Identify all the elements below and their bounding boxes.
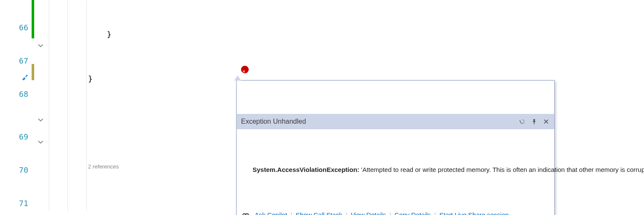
change-marker-green <box>32 0 34 38</box>
pin-icon[interactable] <box>530 118 538 125</box>
show-call-stack-link[interactable]: Show Call Stack <box>296 209 342 215</box>
copilot-icon <box>242 211 250 215</box>
popup-title: Exception Unhandled <box>241 114 306 129</box>
change-marker-yellow <box>32 64 34 80</box>
line-number: 71 <box>0 198 28 209</box>
popup-arrow <box>234 76 241 81</box>
popup-header: Exception Unhandled <box>237 114 554 129</box>
history-icon[interactable] <box>518 118 526 125</box>
copy-details-link[interactable]: Copy Details <box>394 209 431 215</box>
popup-actions: Ask Copilot | Show Call Stack | View Det… <box>237 208 554 215</box>
close-icon[interactable] <box>542 118 550 125</box>
line-number-gutter: 66 67 68 69 70 71 72 73 74 75 76 77 78 7… <box>0 0 30 215</box>
line-number: 66 <box>0 22 28 33</box>
line-number: 68 <box>0 89 28 100</box>
line-number: 70 <box>0 165 28 176</box>
code-editor[interactable]: 66 67 68 69 70 71 72 73 74 75 76 77 78 7… <box>0 0 644 215</box>
brace-close: } <box>88 74 93 83</box>
exception-type: System.AccessViolationException: <box>253 166 359 173</box>
fold-chevron-icon[interactable] <box>38 43 44 49</box>
start-live-share-link[interactable]: Start Live Share session <box>439 209 509 215</box>
exception-popup: Exception Unhandled System.AccessViolati… <box>236 80 555 215</box>
exception-text: 'Attempted to read or write protected me… <box>359 166 644 173</box>
screwdriver-icon[interactable] <box>21 73 28 80</box>
fold-chevron-icon[interactable] <box>38 139 44 145</box>
line-number: 67 <box>0 55 28 67</box>
line-number: 69 <box>0 131 28 142</box>
fold-chevron-icon[interactable] <box>38 117 44 123</box>
brace-close: } <box>107 30 112 39</box>
ask-copilot-link[interactable]: Ask Copilot <box>255 209 287 215</box>
exception-error-icon[interactable] <box>241 66 249 73</box>
view-details-link[interactable]: View Details <box>351 209 386 215</box>
exception-message: System.AccessViolationException: 'Attemp… <box>237 151 554 186</box>
